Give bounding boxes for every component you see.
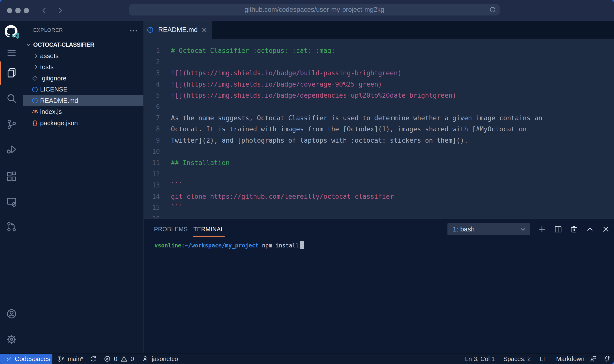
status-label: LF bbox=[540, 355, 547, 363]
tree-item-package-json[interactable]: {}package.json bbox=[23, 118, 143, 129]
error-circle-icon bbox=[104, 355, 111, 363]
line-number: 14 bbox=[144, 191, 160, 202]
status-bar: Codespacesmain*00jasonetco Ln 3, Col 1Sp… bbox=[0, 353, 614, 364]
tree-item-license[interactable]: LICENSE bbox=[23, 84, 143, 95]
kill-terminal-button[interactable] bbox=[568, 224, 579, 235]
activity-item-pull-requests[interactable] bbox=[6, 221, 17, 233]
line-number: 7 bbox=[144, 112, 160, 124]
status-label: main* bbox=[68, 355, 83, 363]
status-label: Spaces: 2 bbox=[503, 355, 531, 363]
status-eol[interactable]: LF bbox=[540, 354, 547, 364]
line-number: 11 bbox=[144, 157, 160, 168]
activity-item-run-debug[interactable] bbox=[6, 143, 17, 155]
tree-item-assets[interactable]: assets bbox=[23, 50, 143, 62]
shell-selector[interactable]: 1: bash bbox=[447, 223, 530, 235]
tree-item-label: OCTOCAT-CLASSIFIER bbox=[33, 41, 94, 48]
url-bar[interactable]: github.com/codespaces/user-my-project-mg… bbox=[129, 4, 500, 15]
tree-item-index-js[interactable]: JSindex.js bbox=[23, 106, 143, 118]
code-line: 10 bbox=[144, 146, 614, 157]
status-language-mode[interactable]: Markdown bbox=[556, 354, 584, 364]
line-number: 4 bbox=[144, 79, 160, 90]
file-tree: OCTOCAT-CLASSIFIERassetstests.gitignoreL… bbox=[23, 39, 143, 129]
github-codespaces-logo[interactable] bbox=[5, 25, 19, 40]
code-line: 14git clone https://github.com/leereilly… bbox=[144, 191, 614, 202]
maximize-window-button[interactable] bbox=[24, 8, 29, 13]
terminal-text: vsonline bbox=[154, 242, 181, 249]
browser-back-button[interactable] bbox=[40, 7, 48, 15]
info-icon bbox=[31, 97, 38, 104]
git-icon bbox=[31, 75, 38, 82]
minimize-window-button[interactable] bbox=[15, 8, 21, 13]
new-terminal-button[interactable] bbox=[537, 224, 547, 235]
tab-terminal[interactable]: TERMINAL bbox=[193, 226, 224, 233]
code-line: 8Octocat. It is trained with images from… bbox=[144, 123, 614, 135]
activity-item-settings[interactable] bbox=[6, 334, 17, 345]
refresh-icon[interactable] bbox=[489, 6, 496, 14]
status-codespaces[interactable]: Codespaces bbox=[0, 354, 52, 364]
activity-item-explorer[interactable] bbox=[6, 67, 17, 79]
code-line: 11## Installation bbox=[144, 157, 614, 168]
tab-problems[interactable]: PROBLEMS bbox=[154, 226, 188, 233]
tree-item-gitignore[interactable]: .gitignore bbox=[23, 73, 143, 84]
terminal-content[interactable]: vsonline:~/workspace/my_project npm inst… bbox=[154, 241, 609, 250]
close-tab-icon[interactable] bbox=[201, 27, 208, 33]
files-icon bbox=[6, 67, 17, 78]
line-number: 2 bbox=[144, 56, 160, 68]
chevron-right-icon bbox=[33, 64, 39, 70]
close-window-button[interactable] bbox=[7, 8, 12, 13]
line-number: 15 bbox=[144, 202, 160, 213]
chevron-down-icon bbox=[25, 42, 32, 48]
plus-icon bbox=[537, 225, 546, 234]
activity-item-account[interactable] bbox=[6, 308, 17, 320]
tree-item-label: .gitignore bbox=[40, 75, 66, 82]
url-text: github.com/codespaces/user-my-project-mg… bbox=[129, 4, 500, 15]
line-number: 3 bbox=[144, 67, 160, 79]
activity-item-menu[interactable] bbox=[6, 47, 17, 59]
activity-bar bbox=[0, 21, 23, 353]
tree-item-label: README.md bbox=[40, 97, 78, 105]
code-line: 4![](https://img.shields.io/badge/covera… bbox=[144, 79, 614, 90]
line-number: 9 bbox=[144, 135, 160, 146]
activity-item-search[interactable] bbox=[6, 92, 17, 104]
split-icon bbox=[554, 225, 563, 234]
status-errors[interactable]: 0 bbox=[104, 354, 117, 364]
code-text: git clone https://github.com/leereilly/o… bbox=[171, 193, 394, 200]
split-terminal-button[interactable] bbox=[553, 224, 564, 235]
status-branch[interactable]: main* bbox=[57, 354, 83, 364]
activity-item-source-control[interactable] bbox=[6, 118, 17, 130]
activity-item-remote-explorer[interactable] bbox=[6, 196, 17, 208]
status-user[interactable]: jasonetco bbox=[141, 354, 178, 364]
close-panel-button[interactable] bbox=[600, 224, 611, 235]
status-sync[interactable] bbox=[90, 354, 97, 364]
code-text: ![](https://img.shields.io/badge/depende… bbox=[171, 91, 456, 99]
tree-item-tests[interactable]: tests bbox=[23, 61, 143, 73]
workbench: EXPLORER OCTOCAT-CLASSIFIERassetstests.g… bbox=[0, 21, 614, 353]
status-cursor-position[interactable]: Ln 3, Col 1 bbox=[465, 354, 495, 364]
remote-status-icon bbox=[6, 356, 12, 362]
code-text: ``` bbox=[171, 181, 183, 189]
gear-icon bbox=[6, 334, 17, 345]
menu-icon bbox=[6, 47, 17, 59]
bell-dot-icon bbox=[603, 355, 611, 363]
editor-tab-bar: README.md bbox=[144, 21, 614, 39]
status-warnings[interactable]: 0 bbox=[120, 354, 134, 364]
tree-item-octocat-classifier[interactable]: OCTOCAT-CLASSIFIER bbox=[23, 39, 143, 50]
maximize-panel-button[interactable] bbox=[584, 224, 595, 235]
status-feedback[interactable] bbox=[589, 354, 597, 364]
tab-readme-md[interactable]: README.md bbox=[144, 21, 212, 39]
terminal-panel: PROBLEMS TERMINAL 1: bash vsonline:~/wor… bbox=[144, 218, 614, 353]
code-text: # Octocat Classifier :octopus: :cat: :ma… bbox=[171, 47, 335, 54]
tree-item-readme-md[interactable]: README.md bbox=[23, 95, 143, 106]
code-text: ![](https://img.shields.io/badge/build-p… bbox=[171, 69, 401, 77]
chevron-down-icon bbox=[520, 226, 526, 233]
codespaces-window: github.com/codespaces/user-my-project-mg… bbox=[0, 0, 614, 364]
code-line: 13``` bbox=[144, 180, 614, 191]
feedback-icon bbox=[589, 355, 597, 363]
explorer-more-actions-icon[interactable] bbox=[129, 28, 138, 34]
editor[interactable]: 1# Octocat Classifier :octopus: :cat: :m… bbox=[144, 39, 614, 218]
status-indentation[interactable]: Spaces: 2 bbox=[503, 354, 531, 364]
activity-item-extensions[interactable] bbox=[6, 171, 17, 182]
line-number: 10 bbox=[144, 146, 160, 157]
browser-forward-button[interactable] bbox=[56, 7, 64, 15]
status-notifications[interactable] bbox=[603, 354, 611, 364]
